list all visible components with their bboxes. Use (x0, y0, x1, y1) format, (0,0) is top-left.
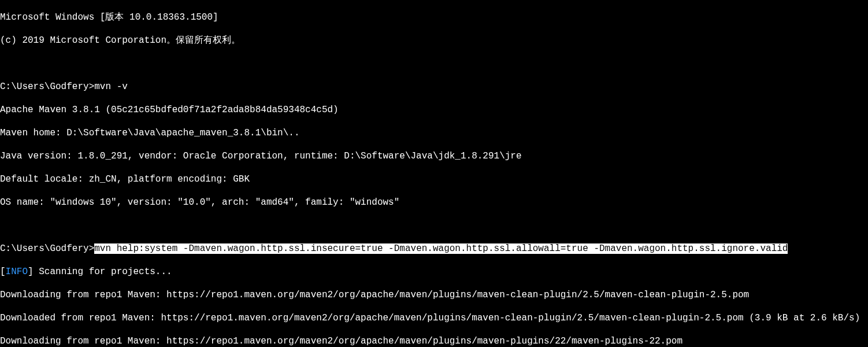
download-line: Downloading from repo1 Maven: https://re… (0, 289, 868, 301)
copyright-line: (c) 2019 Microsoft Corporation。保留所有权利。 (0, 35, 868, 46)
info-tag: INFO (6, 267, 28, 277)
info-text: Scanning for projects... (34, 267, 172, 277)
windows-version-line: Microsoft Windows [版本 10.0.18363.1500] (0, 12, 868, 23)
java-version-line: Java version: 1.8.0_291, vendor: Oracle … (0, 150, 868, 162)
blank-line (0, 220, 868, 231)
locale-line: Default locale: zh_CN, platform encoding… (0, 174, 868, 185)
prompt-line-2: C:\Users\Godfery>mvn help:system -Dmaven… (0, 243, 868, 254)
bracket-close: ] (28, 267, 34, 277)
prompt-prefix: C:\Users\Godfery> (0, 243, 94, 254)
maven-home-line: Maven home: D:\Software\Java\apache_mave… (0, 127, 868, 139)
download-line: Downloading from repo1 Maven: https://re… (0, 335, 868, 347)
command-text: mvn -v (94, 82, 128, 92)
prompt-line-1: C:\Users\Godfery>mvn -v (0, 81, 868, 93)
bracket-open: [ (0, 267, 6, 277)
terminal-output[interactable]: Microsoft Windows [版本 10.0.18363.1500] (… (0, 0, 868, 347)
info-scanning-line: [INFO] Scanning for projects... (0, 266, 868, 278)
highlighted-command: mvn help:system -Dmaven.wagon.http.ssl.i… (94, 243, 788, 254)
os-name-line: OS name: "windows 10", version: "10.0", … (0, 197, 868, 208)
download-line: Downloaded from repo1 Maven: https://rep… (0, 312, 868, 324)
maven-version-line: Apache Maven 3.8.1 (05c21c65bdfed0f71a2f… (0, 104, 868, 116)
blank-line (0, 58, 868, 69)
prompt-prefix: C:\Users\Godfery> (0, 82, 94, 92)
